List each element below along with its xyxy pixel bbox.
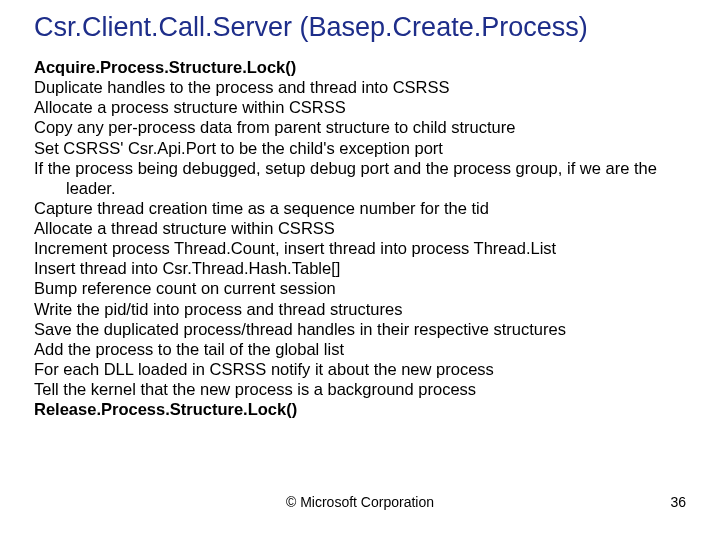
line-bump-refcount: Bump reference count on current session: [66, 278, 686, 298]
line-alloc-thread: Allocate a thread structure within CSRSS: [66, 218, 686, 238]
slide-body: Acquire.Process.Structure.Lock() Duplica…: [34, 57, 686, 419]
line-capture-tid: Capture thread creation time as a sequen…: [66, 198, 686, 218]
slide: Csr.Client.Call.Server (Basep.Create.Pro…: [0, 0, 720, 540]
footer-copyright: © Microsoft Corporation: [0, 494, 720, 510]
line-alloc-process: Allocate a process structure within CSRS…: [66, 97, 686, 117]
line-release-lock: Release.Process.Structure.Lock(): [66, 399, 686, 419]
line-copy-perprocess: Copy any per-process data from parent st…: [66, 117, 686, 137]
line-insert-hash: Insert thread into Csr.Thread.Hash.Table…: [66, 258, 686, 278]
line-set-apiport: Set CSRSS' Csr.Api.Port to be the child'…: [66, 138, 686, 158]
line-write-pidtid: Write the pid/tid into process and threa…: [66, 299, 686, 319]
line-inc-threadcount: Increment process Thread.Count, insert t…: [66, 238, 686, 258]
line-add-global: Add the process to the tail of the globa…: [66, 339, 686, 359]
page-number: 36: [670, 494, 686, 510]
line-acquire-lock: Acquire.Process.Structure.Lock(): [66, 57, 686, 77]
line-tell-kernel: Tell the kernel that the new process is …: [66, 379, 686, 399]
line-duplicate-handles: Duplicate handles to the process and thr…: [66, 77, 686, 97]
slide-title: Csr.Client.Call.Server (Basep.Create.Pro…: [34, 12, 686, 43]
line-notify-dlls: For each DLL loaded in CSRSS notify it a…: [66, 359, 686, 379]
line-debug-port: If the process being debugged, setup deb…: [66, 158, 686, 198]
line-save-handles: Save the duplicated process/thread handl…: [66, 319, 686, 339]
